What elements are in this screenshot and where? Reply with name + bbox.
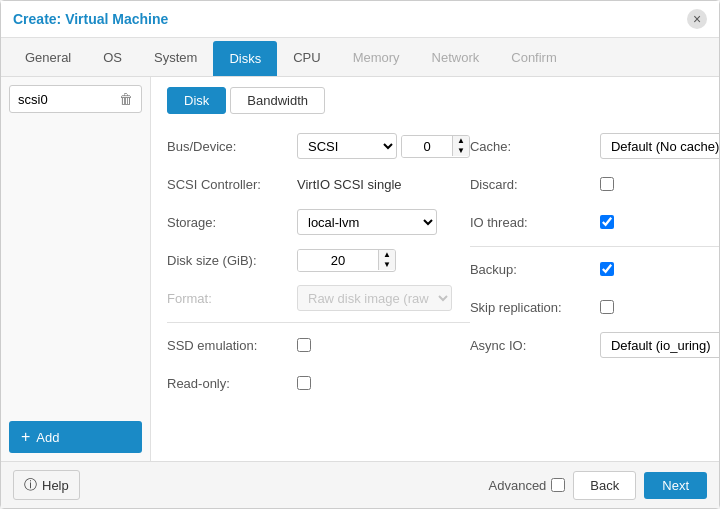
skip-replication-label: Skip replication: (470, 300, 600, 315)
disk-size-down[interactable]: ▼ (379, 260, 395, 270)
skip-replication-checkbox[interactable] (600, 300, 614, 314)
format-label: Format: (167, 291, 297, 306)
help-icon: ⓘ (24, 476, 37, 494)
close-button[interactable]: × (687, 9, 707, 29)
left-divider (167, 322, 470, 323)
async-io-row: Async IO: Default (io_uring) io_uring na… (470, 331, 719, 359)
format-row: Format: Raw disk image (raw (167, 284, 470, 312)
disk-size-input[interactable] (298, 250, 378, 271)
help-label: Help (42, 478, 69, 493)
plus-icon: + (21, 428, 30, 446)
disk-size-up[interactable]: ▲ (379, 250, 395, 260)
scsi-controller-row: SCSI Controller: VirtIO SCSI single (167, 170, 470, 198)
disk-item-label: scsi0 (18, 92, 48, 107)
io-thread-label: IO thread: (470, 215, 600, 230)
add-disk-button[interactable]: + Add (9, 421, 142, 453)
readonly-label: Read-only: (167, 376, 297, 391)
add-button-label: Add (36, 430, 59, 445)
device-number-arrows: ▲ ▼ (452, 136, 469, 156)
storage-label: Storage: (167, 215, 297, 230)
tab-memory[interactable]: Memory (337, 38, 416, 76)
right-divider (470, 246, 719, 247)
discard-label: Discard: (470, 177, 600, 192)
tab-bar: General OS System Disks CPU Memory Netwo… (1, 38, 719, 77)
disk-size-arrows: ▲ ▼ (378, 250, 395, 270)
bus-device-inputs: SCSI SATA VirtIO IDE ▲ ▼ (297, 133, 470, 159)
form-grid: Bus/Device: SCSI SATA VirtIO IDE (167, 128, 703, 411)
tab-network[interactable]: Network (416, 38, 496, 76)
backup-label: Backup: (470, 262, 600, 277)
ssd-emulation-row: SSD emulation: (167, 331, 470, 359)
backup-checkbox[interactable] (600, 262, 614, 276)
advanced-checkbox[interactable] (551, 478, 565, 492)
content-area: scsi0 🗑 + Add Disk Bandwidth Bus/D (1, 77, 719, 461)
disk-list-item: scsi0 🗑 (9, 85, 142, 113)
sub-tab-disk[interactable]: Disk (167, 87, 226, 114)
io-thread-checkbox[interactable] (600, 215, 614, 229)
format-select[interactable]: Raw disk image (raw (297, 285, 452, 311)
io-thread-row: IO thread: (470, 208, 719, 236)
advanced-text: Advanced (489, 478, 547, 493)
discard-checkbox[interactable] (600, 177, 614, 191)
left-panel: scsi0 🗑 + Add (1, 77, 151, 461)
tab-general[interactable]: General (9, 38, 87, 76)
help-button[interactable]: ⓘ Help (13, 470, 80, 500)
sub-tab-bandwidth[interactable]: Bandwidth (230, 87, 325, 114)
async-io-select[interactable]: Default (io_uring) io_uring native threa… (600, 332, 719, 358)
ssd-emulation-checkbox[interactable] (297, 338, 311, 352)
cache-row: Cache: Default (No cache) Write back Wri… (470, 132, 719, 160)
cache-label: Cache: (470, 139, 600, 154)
form-right-section: Cache: Default (No cache) Write back Wri… (470, 128, 719, 411)
sub-tab-bar: Disk Bandwidth (167, 87, 703, 114)
disk-size-row: Disk size (GiB): ▲ ▼ (167, 246, 470, 274)
dialog-title: Create: Virtual Machine (13, 11, 168, 27)
tab-cpu[interactable]: CPU (277, 38, 336, 76)
tab-disks[interactable]: Disks (213, 41, 277, 76)
skip-replication-row: Skip replication: (470, 293, 719, 321)
disk-size-label: Disk size (GiB): (167, 253, 297, 268)
next-button[interactable]: Next (644, 472, 707, 499)
scsi-controller-value: VirtIO SCSI single (297, 177, 402, 192)
advanced-label: Advanced (489, 478, 566, 493)
dialog-header: Create: Virtual Machine × (1, 1, 719, 38)
tab-os[interactable]: OS (87, 38, 138, 76)
bus-device-row: Bus/Device: SCSI SATA VirtIO IDE (167, 132, 470, 160)
discard-row: Discard: (470, 170, 719, 198)
create-vm-dialog: Create: Virtual Machine × General OS Sys… (0, 0, 720, 509)
async-io-label: Async IO: (470, 338, 600, 353)
storage-select[interactable]: local-lvm local (297, 209, 437, 235)
back-button[interactable]: Back (573, 471, 636, 500)
bus-select[interactable]: SCSI SATA VirtIO IDE (297, 133, 397, 159)
storage-row: Storage: local-lvm local (167, 208, 470, 236)
device-number-down[interactable]: ▼ (453, 146, 469, 156)
right-panel: Disk Bandwidth Bus/Device: SCSI SATA Vir… (151, 77, 719, 461)
device-number-input[interactable] (402, 136, 452, 157)
tab-confirm[interactable]: Confirm (495, 38, 573, 76)
footer-left: ⓘ Help (13, 470, 80, 500)
cache-select[interactable]: Default (No cache) Write back Write thro… (600, 133, 719, 159)
readonly-checkbox[interactable] (297, 376, 311, 390)
tab-system[interactable]: System (138, 38, 213, 76)
backup-row: Backup: (470, 255, 719, 283)
footer: ⓘ Help Advanced Back Next (1, 461, 719, 508)
bus-device-label: Bus/Device: (167, 139, 297, 154)
device-number-spinner: ▲ ▼ (401, 135, 470, 158)
readonly-row: Read-only: (167, 369, 470, 397)
ssd-emulation-label: SSD emulation: (167, 338, 297, 353)
device-number-up[interactable]: ▲ (453, 136, 469, 146)
disk-size-spinner: ▲ ▼ (297, 249, 396, 272)
delete-disk-icon[interactable]: 🗑 (119, 91, 133, 107)
footer-right: Advanced Back Next (489, 471, 707, 500)
scsi-controller-label: SCSI Controller: (167, 177, 297, 192)
form-left-section: Bus/Device: SCSI SATA VirtIO IDE (167, 128, 470, 411)
